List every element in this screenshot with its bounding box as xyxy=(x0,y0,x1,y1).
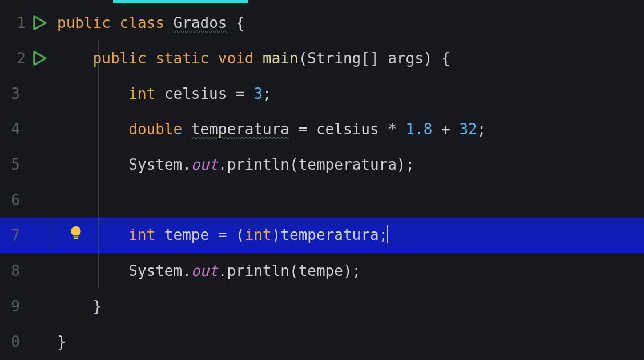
code-line[interactable]: } xyxy=(51,324,644,359)
code-editor: 1 2 3 4 5 6 7 xyxy=(0,0,644,359)
gutter-row[interactable]: 9 xyxy=(0,289,51,324)
keyword: void xyxy=(218,50,254,67)
keyword: int xyxy=(128,85,155,102)
line-number: 2 xyxy=(13,50,26,67)
code-text: .println(tempe); xyxy=(218,262,361,279)
code-line[interactable]: System.out.println(temperatura); xyxy=(51,147,644,182)
keyword: static xyxy=(155,50,209,67)
brace: } xyxy=(93,298,102,315)
indent-guide xyxy=(98,182,99,218)
params: (String[] args) { xyxy=(299,50,450,67)
keyword: double xyxy=(128,121,182,138)
code-line[interactable] xyxy=(51,182,644,218)
code-text: System. xyxy=(128,262,191,279)
code-text: .println(temperatura); xyxy=(218,156,414,173)
gutter-row[interactable]: 5 xyxy=(0,147,51,182)
line-number: 6 xyxy=(7,191,20,209)
gutter-row[interactable]: 7 xyxy=(0,218,51,253)
line-number: 7 xyxy=(7,227,20,244)
code-area[interactable]: public class Grados { public static void… xyxy=(51,5,644,359)
method-name: main xyxy=(263,50,299,67)
gutter-row[interactable]: 6 xyxy=(0,182,51,218)
gutter-row[interactable]: 4 xyxy=(0,111,51,147)
run-icon[interactable] xyxy=(33,50,47,66)
gutter: 1 2 3 4 5 6 7 xyxy=(0,5,51,359)
keyword: public xyxy=(93,50,147,67)
semicolon: ; xyxy=(477,121,486,138)
brace: } xyxy=(57,333,66,350)
code-line[interactable]: } xyxy=(51,289,644,324)
code-line-active[interactable]: int tempe = (int)temperatura; xyxy=(51,218,644,253)
code-text: tempe = ( xyxy=(155,226,245,243)
keyword: int xyxy=(128,226,155,243)
code-text: + xyxy=(432,121,459,138)
code-text: = celsius * xyxy=(289,121,406,138)
semicolon: ; xyxy=(263,85,272,102)
line-number: 3 xyxy=(7,85,20,102)
gutter-row[interactable]: 0 xyxy=(0,324,51,359)
gutter-row[interactable]: 3 xyxy=(0,76,51,111)
code-line[interactable]: public static void main(String[] args) { xyxy=(51,41,644,76)
number-literal: 32 xyxy=(459,121,477,138)
number-literal: 1.8 xyxy=(406,121,433,138)
gutter-row[interactable]: 1 xyxy=(0,5,51,41)
class-name: Grados xyxy=(174,14,227,31)
line-number: 9 xyxy=(7,298,20,315)
keyword: public xyxy=(57,14,111,31)
code-text: System. xyxy=(128,156,191,173)
line-number: 0 xyxy=(7,333,20,350)
code-line[interactable]: double temperatura = celsius * 1.8 + 32; xyxy=(51,111,644,147)
line-number: 5 xyxy=(7,156,20,173)
text-cursor xyxy=(387,225,388,243)
line-number: 8 xyxy=(7,262,20,279)
run-icon[interactable] xyxy=(33,15,47,31)
code-text: )temperatura; xyxy=(272,226,388,243)
line-number: 1 xyxy=(13,14,26,31)
code-line[interactable]: public class Grados { xyxy=(51,5,644,41)
gutter-row[interactable]: 2 xyxy=(0,41,51,76)
code-text: celsius = xyxy=(155,85,253,102)
static-field: out xyxy=(191,262,218,279)
brace: { xyxy=(227,14,244,31)
line-number: 4 xyxy=(7,121,20,138)
keyword: class xyxy=(120,14,164,31)
keyword: int xyxy=(245,226,272,243)
code-line[interactable]: System.out.println(tempe); xyxy=(51,253,644,289)
gutter-row[interactable]: 8 xyxy=(0,253,51,289)
number-literal: 3 xyxy=(253,85,263,102)
code-line[interactable]: int celsius = 3; xyxy=(51,76,644,111)
active-tab-indicator xyxy=(113,0,248,3)
variable: temperatura xyxy=(191,121,289,138)
static-field: out xyxy=(191,156,218,173)
